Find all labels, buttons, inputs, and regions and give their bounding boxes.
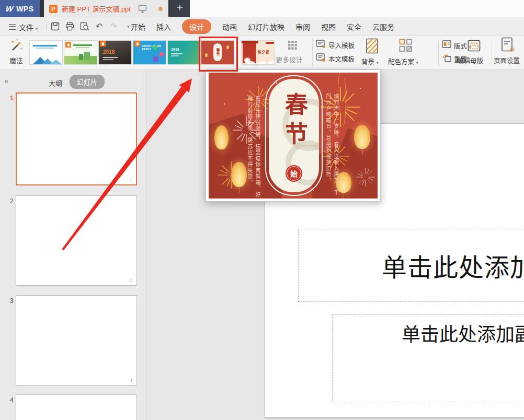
divider (360, 39, 360, 65)
grid-icon (288, 41, 297, 50)
tab-design[interactable]: 设计 (182, 19, 211, 34)
magic-button[interactable]: 魔法 (4, 38, 28, 67)
template-new-year-eve[interactable]: 除夕夜 (242, 41, 274, 64)
sky-lantern (214, 125, 229, 149)
slide-number: 1 (6, 94, 14, 102)
title-bar: W WPS P 新建 PPT 演示文稿.ppt + (0, 0, 524, 17)
template-teal-2018-minimal[interactable]: 2018 (168, 41, 200, 64)
tab-insert[interactable]: 插入 (156, 19, 171, 34)
preview-title-text: 春节 (277, 92, 311, 151)
tab-outline[interactable]: 大纲 (49, 78, 62, 88)
sky-lantern (231, 162, 247, 187)
template-blue-mountain-business[interactable] (30, 41, 62, 64)
redo-button[interactable]: ↷ (109, 21, 119, 31)
tab-home[interactable]: 开始 (131, 19, 145, 34)
ribbon-tabs: 开始 插入 设计 动画 幻灯片放映 审阅 视图 安全 云服务 (131, 17, 394, 36)
background-icon (366, 38, 379, 54)
tab-slideshow[interactable]: 幻灯片放映 (248, 19, 284, 34)
divider (492, 39, 492, 65)
gear-icon: ⚙ (509, 46, 515, 53)
poem-left: 戴星先捧祝尧觞，镜里堪惊两鬓霜。好是灯前偷失笑，屠苏应不得先尝。 (246, 96, 261, 199)
document-tab[interactable]: P 新建 PPT 演示文稿.ppt (44, 0, 168, 17)
modified-indicator-dot (158, 7, 163, 11)
wps-template-badge (134, 41, 140, 46)
tab-security[interactable]: 安全 (347, 19, 361, 34)
tab-cloud[interactable]: 云服务 (372, 19, 394, 34)
print-button[interactable] (65, 21, 75, 31)
hamburger-icon[interactable] (9, 24, 16, 30)
presentation-file-icon: P (49, 5, 58, 13)
spring-festival-preview: 戴星先捧祝尧觞，镜里堪惊两鬓霜。好是灯前偷失笑，屠苏应不得先尝。 爆竹声中一岁除… (209, 73, 378, 199)
slide-thumbnail-4[interactable] (16, 394, 137, 420)
mountains-graphic (30, 56, 62, 64)
preview-title-banner: 春节 始 (269, 79, 319, 192)
template-selection-border (199, 37, 238, 72)
wps-template-badge (100, 41, 106, 46)
layout-icon (442, 40, 451, 48)
poem-right: 爆竹声中一岁除，春风送暖入屠苏。千门万户曈曈日，总把新桃换旧符。 (324, 94, 340, 199)
chevron-down-icon: ▾ (416, 60, 419, 65)
document-tab-title: 新建 PPT 演示文稿.ppt (62, 4, 131, 14)
wps-brand-label: WPS (16, 5, 33, 13)
wps-presentation-window: W WPS P 新建 PPT 演示文稿.ppt + 文件 ▾ (0, 0, 524, 420)
divider (312, 39, 313, 65)
sky-lantern (354, 125, 370, 149)
seal-stamp: 始 (286, 165, 302, 182)
slide-number: 3 (6, 297, 14, 305)
wps-w-icon: W (5, 4, 14, 13)
title-placeholder[interactable]: 单击此处添加标题 (298, 229, 524, 302)
import-template-icon (316, 40, 326, 49)
slides-panel: « 大纲 幻灯片 1 1 2 2 3 3 4 (0, 69, 146, 420)
divider (438, 39, 439, 65)
tab-slides[interactable]: 幻灯片 (70, 75, 105, 89)
file-menu-button[interactable]: 文件 ▾ (19, 22, 38, 32)
slide-thumbnail-3[interactable]: 3 (16, 295, 137, 386)
save-button[interactable] (50, 21, 60, 31)
tab-review[interactable]: 审阅 (295, 19, 310, 34)
magic-wand-icon (9, 39, 23, 53)
reset-icon (442, 54, 451, 63)
subtitle-placeholder[interactable]: 单击此处添加副标题 (332, 314, 524, 402)
monitor-icon (138, 5, 147, 13)
edit-master-icon (468, 40, 481, 52)
template-graduation-reply[interactable]: GRADUATION REPLY (133, 41, 166, 64)
chevron-down-icon: ▾ (377, 60, 379, 65)
undo-button[interactable]: ↶ (94, 21, 104, 31)
slide-number: 4 (6, 396, 14, 404)
color-scheme-icon (399, 39, 413, 53)
template-preview-popup[interactable]: 戴星先捧祝尧觞，镜里堪惊两鬓霜。好是灯前偷失笑，屠苏应不得先尝。 爆竹声中一岁除… (206, 69, 381, 202)
divider (46, 22, 47, 31)
design-ribbon: 魔法 2018 GRADUATION REPLY 2018 (0, 36, 524, 69)
slide-thumbnail-2[interactable]: 2 (16, 195, 137, 286)
template-green-cartoon-landscape[interactable] (64, 41, 97, 64)
tab-animation[interactable]: 动画 (222, 19, 237, 34)
wps-template-badge (65, 42, 71, 48)
wps-logo-button[interactable]: W WPS (0, 0, 40, 17)
collapse-panel-button[interactable]: « (4, 76, 8, 85)
slide-number: 2 (6, 197, 14, 205)
print-preview-button[interactable] (79, 21, 89, 31)
slide-thumbnail-1[interactable]: 1 (16, 92, 137, 185)
tab-view[interactable]: 视图 (321, 19, 336, 34)
menu-bar: 文件 ▾ ↶ ↷ ▾ 开始 插入 设计 动画 幻灯片放映 审阅 视图 (0, 17, 524, 36)
text-template-icon (316, 53, 326, 62)
template-dark-2018-report[interactable]: 2018 (99, 41, 131, 64)
new-tab-button[interactable]: + (170, 0, 190, 17)
chevron-down-icon: ▾ (36, 26, 38, 31)
